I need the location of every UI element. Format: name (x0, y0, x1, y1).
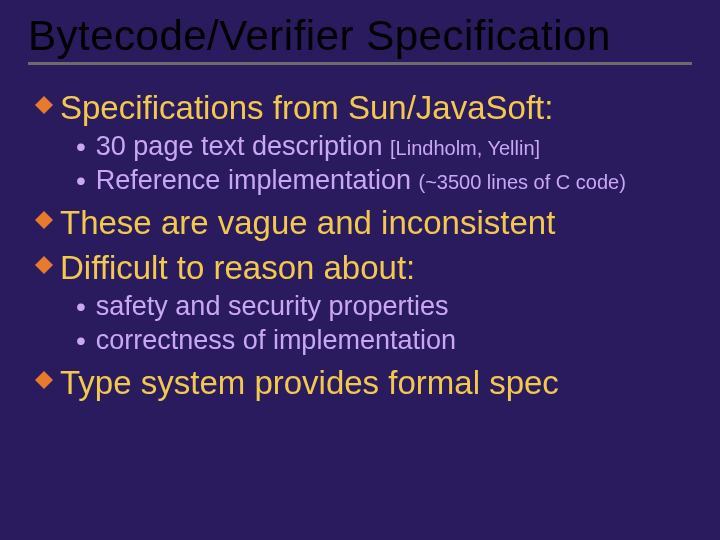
bullet-lvl1: These are vague and inconsistent (34, 202, 692, 243)
svg-marker-1 (35, 211, 53, 229)
bullet-lvl1: Difficult to reason about: (34, 247, 692, 288)
bullet-aside: (~3500 lines of C code) (418, 171, 625, 193)
bullet-text: Specifications from Sun/JavaSoft: (60, 87, 553, 128)
slide-title: Bytecode/Verifier Specification (28, 12, 692, 60)
bullet-text: Reference implementation (~3500 lines of… (96, 164, 626, 198)
bullet-lvl2: • correctness of implementation (76, 324, 692, 358)
dot-icon: • (76, 290, 86, 324)
svg-marker-0 (35, 96, 53, 114)
bullet-text: Difficult to reason about: (60, 247, 415, 288)
svg-marker-2 (35, 256, 53, 274)
bullet-main: Reference implementation (96, 165, 419, 195)
title-rule (28, 62, 692, 65)
bullet-text: Type system provides formal spec (60, 362, 559, 403)
bullet-lvl1: Type system provides formal spec (34, 362, 692, 403)
svg-marker-3 (35, 371, 53, 389)
dot-icon: • (76, 324, 86, 358)
slide-body: Specifications from Sun/JavaSoft: • 30 p… (28, 87, 692, 403)
bullet-text: These are vague and inconsistent (60, 202, 555, 243)
bullet-lvl2: • Reference implementation (~3500 lines … (76, 164, 692, 198)
bullet-lvl1: Specifications from Sun/JavaSoft: (34, 87, 692, 128)
bullet-lvl2: • safety and security properties (76, 290, 692, 324)
slide: Bytecode/Verifier Specification Specific… (0, 0, 720, 540)
bullet-main: safety and security properties (96, 291, 449, 321)
bullet-text: 30 page text description [Lindholm, Yell… (96, 130, 540, 164)
bullet-lvl2: • 30 page text description [Lindholm, Ye… (76, 130, 692, 164)
title-area: Bytecode/Verifier Specification (28, 12, 692, 83)
bullet-text: correctness of implementation (96, 324, 456, 358)
diamond-icon (34, 370, 56, 392)
diamond-icon (34, 255, 56, 277)
dot-icon: • (76, 130, 86, 164)
dot-icon: • (76, 164, 86, 198)
bullet-aside: [Lindholm, Yellin] (390, 137, 540, 159)
bullet-main: 30 page text description (96, 131, 390, 161)
diamond-icon (34, 95, 56, 117)
bullet-text: safety and security properties (96, 290, 449, 324)
bullet-main: correctness of implementation (96, 325, 456, 355)
diamond-icon (34, 210, 56, 232)
